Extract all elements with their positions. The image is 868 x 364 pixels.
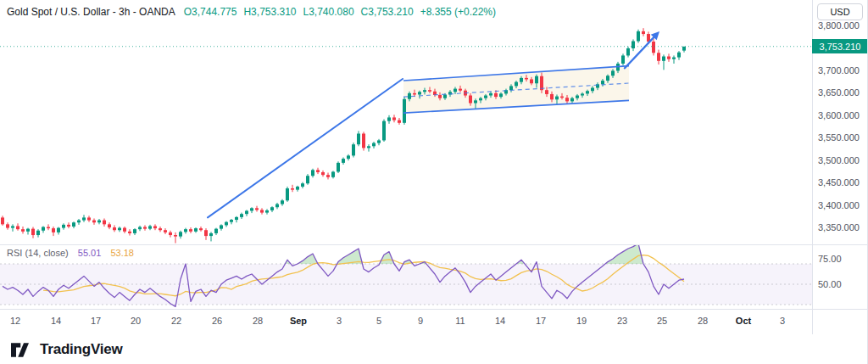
candle-down: [469, 96, 472, 104]
candle-down: [123, 228, 126, 232]
candle-down: [291, 188, 294, 190]
candle-up: [265, 210, 269, 213]
price-change: +8.355 (+0.22%): [420, 6, 496, 18]
candle-down: [657, 53, 660, 61]
time-axis-label: 20: [131, 316, 141, 326]
candle-down: [6, 224, 9, 227]
candle-up: [62, 225, 65, 228]
time-axis-label: 14: [51, 316, 61, 326]
candle-down: [642, 31, 645, 34]
rsi-indicator-params: (14, close): [25, 248, 68, 258]
candle-up: [474, 100, 477, 103]
price-axis-label: 3,350.000: [818, 222, 860, 232]
candle-up: [331, 171, 335, 176]
tradingview-logo-icon: [11, 341, 34, 359]
price-axis-label: 3,450.000: [818, 177, 860, 188]
candle-up: [555, 97, 559, 100]
candle-down: [113, 227, 116, 230]
symbol-legend[interactable]: Gold Spot / U.S. Dollar - 3h - OANDAO3,7…: [7, 6, 496, 18]
last-price-badge: 3,753.210: [812, 39, 868, 53]
price-axis-label: 3,550.000: [818, 132, 860, 143]
candle-up: [82, 217, 86, 220]
candle-down: [16, 226, 19, 229]
candle-up: [509, 86, 513, 90]
candle-up: [535, 76, 538, 83]
candle-up: [377, 140, 381, 143]
time-axis-label: 17: [536, 316, 546, 326]
candle-up: [352, 144, 355, 155]
time-axis-label: 28: [253, 316, 263, 326]
time-axis-label: 12: [10, 316, 20, 326]
candle-up: [601, 81, 604, 84]
candle-up: [382, 121, 386, 141]
candle-up: [311, 170, 314, 176]
candle-up: [184, 229, 187, 232]
candle-down: [108, 224, 111, 227]
candle-up: [662, 57, 665, 61]
tradingview-logo[interactable]: TradingView: [11, 338, 123, 361]
time-axis-label: 25: [657, 316, 667, 326]
candle-up: [138, 227, 142, 230]
candle-down: [545, 90, 548, 94]
candle-up: [97, 221, 101, 223]
candle-up: [387, 117, 391, 120]
candle-down: [525, 78, 528, 80]
candle-up: [11, 226, 14, 227]
candle-up: [225, 222, 228, 226]
candle-up: [632, 42, 635, 48]
rsi-axis-label: 50.00: [818, 279, 842, 289]
candle-down: [1, 217, 4, 224]
candle-up: [270, 207, 274, 210]
candle-up: [372, 143, 376, 147]
candle-up: [367, 146, 370, 148]
price-pane[interactable]: [0, 0, 812, 244]
candle-down: [392, 117, 396, 120]
time-axis[interactable]: 12141720222628Sep35911141719232528Oct3: [0, 310, 812, 334]
candle-down: [153, 226, 157, 228]
ohlc-l: L3,740.080: [303, 6, 354, 18]
candle-down: [189, 229, 192, 232]
candle-up: [220, 225, 223, 228]
time-axis-label: 17: [91, 316, 101, 326]
candle-up: [296, 187, 299, 190]
candle-down: [362, 133, 365, 148]
candle-down: [47, 227, 50, 229]
candle-up: [606, 76, 609, 81]
candle-up: [347, 155, 350, 159]
time-axis-label: 3: [780, 316, 785, 326]
time-axis-label-sep: Sep: [290, 316, 307, 326]
candle-up: [118, 228, 121, 231]
rsi-legend[interactable]: RSI (14, close) 55.01 53.18: [7, 248, 134, 258]
candle-down: [652, 42, 655, 53]
price-scale[interactable]: USD 3,800.0003,700.0003,650.0003,600.000…: [812, 0, 868, 334]
candle-up: [479, 98, 482, 101]
candle-down: [494, 93, 498, 97]
candle-up: [240, 214, 243, 217]
candlestick-series: [1, 28, 686, 243]
candle-down: [326, 175, 330, 177]
candle-up: [520, 78, 523, 82]
price-axis-label: 3,700.000: [818, 65, 860, 76]
candle-down: [255, 208, 259, 210]
candle-up: [281, 200, 284, 204]
candle-up: [77, 221, 81, 223]
price-axis-label: 3,650.000: [818, 87, 860, 98]
candle-up: [235, 217, 238, 220]
pane-separator[interactable]: [0, 244, 868, 245]
candle-down: [560, 97, 564, 98]
currency-button[interactable]: USD: [817, 3, 863, 20]
candle-up: [423, 90, 426, 92]
candle-up: [301, 183, 304, 187]
candle-up: [306, 176, 309, 183]
candle-up: [245, 210, 248, 214]
candle-up: [403, 99, 406, 123]
candle-up: [148, 226, 152, 228]
candle-up: [672, 58, 676, 59]
candle-up: [453, 89, 457, 92]
price-axis-label: 3,800.000: [818, 20, 860, 31]
candle-down: [87, 217, 91, 220]
ohlc-o: O3,744.775: [184, 6, 237, 18]
tradingview-chart-window: Gold Spot / U.S. Dollar - 3h - OANDAO3,7…: [0, 0, 868, 364]
candle-up: [36, 231, 40, 235]
time-axis-label: 5: [376, 316, 381, 326]
